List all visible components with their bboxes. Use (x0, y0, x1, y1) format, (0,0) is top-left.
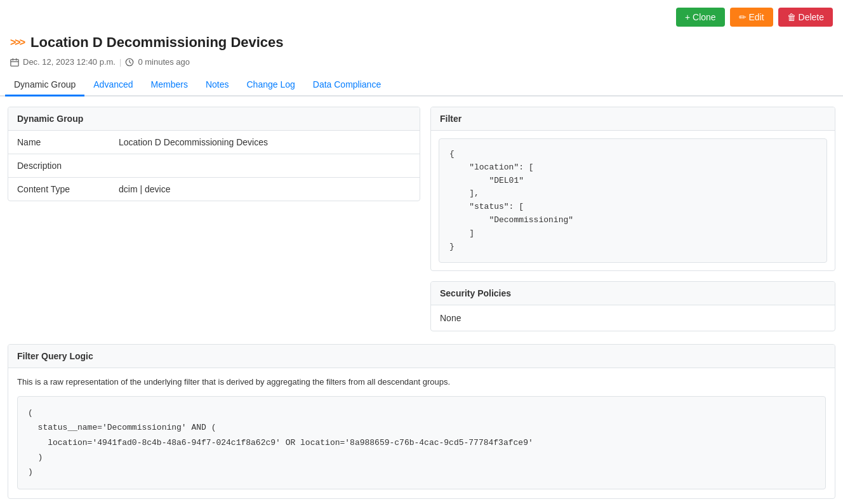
right-column: Filter { "location": [ "DEL01" ], "statu… (430, 107, 835, 342)
filter-code: { "location": [ "DEL01" ], "status": [ "… (439, 138, 827, 263)
filter-card-header: Filter (431, 107, 835, 131)
tab-change-log[interactable]: Change Log (237, 74, 303, 96)
delete-button[interactable]: 🗑 Delete (778, 8, 833, 27)
security-policies-card: Security Policies None (430, 281, 835, 331)
breadcrumb-icon: >>> (10, 37, 24, 48)
svg-line-6 (129, 62, 131, 63)
filter-query-logic-header: Filter Query Logic (8, 345, 835, 368)
bottom-section: Filter Query Logic This is a raw represe… (0, 344, 843, 498)
security-policies-value: None (431, 305, 835, 331)
tab-members[interactable]: Members (142, 74, 197, 96)
meta-bar: Dec. 12, 2023 12:40 p.m. | 0 minutes ago (0, 55, 843, 74)
meta-time-ago: 0 minutes ago (138, 57, 190, 67)
row-value-content-type: dcim | device (110, 178, 420, 201)
security-policies-header: Security Policies (431, 282, 835, 305)
table-row: Description (8, 154, 420, 178)
tab-notes[interactable]: Notes (197, 74, 238, 96)
row-label-content-type: Content Type (8, 178, 110, 201)
dynamic-group-card-header: Dynamic Group (8, 107, 420, 131)
meta-separator: | (119, 57, 121, 67)
row-label-description: Description (8, 154, 110, 178)
tab-data-compliance[interactable]: Data Compliance (304, 74, 390, 96)
tab-dynamic-group[interactable]: Dynamic Group (5, 74, 84, 96)
toolbar: + Clone ✏ Edit 🗑 Delete (0, 0, 843, 34)
table-row: Name Location D Decommissioning Devices (8, 131, 420, 154)
calendar-icon (10, 58, 19, 67)
clone-button[interactable]: + Clone (676, 8, 725, 27)
row-label-name: Name (8, 131, 110, 154)
clock-icon (125, 58, 134, 67)
dynamic-group-table: Name Location D Decommissioning Devices … (8, 131, 420, 201)
row-value-description (110, 154, 420, 178)
filter-query-logic-card: Filter Query Logic This is a raw represe… (8, 344, 835, 498)
table-row: Content Type dcim | device (8, 178, 420, 201)
page-title: Location D Decommissioning Devices (30, 34, 284, 51)
filter-card: Filter { "location": [ "DEL01" ], "statu… (430, 107, 835, 271)
dynamic-group-card: Dynamic Group Name Location D Decommissi… (8, 107, 420, 201)
meta-date: Dec. 12, 2023 12:40 p.m. (23, 57, 116, 67)
tabs-bar: Dynamic Group Advanced Members Notes Cha… (0, 74, 843, 96)
tab-advanced[interactable]: Advanced (84, 74, 142, 96)
svg-rect-0 (11, 59, 18, 66)
edit-button[interactable]: ✏ Edit (730, 8, 773, 27)
main-content: Dynamic Group Name Location D Decommissi… (0, 107, 843, 342)
filter-query-logic-code: ( status__name='Decommissioning' AND ( l… (17, 396, 826, 489)
filter-query-logic-description: This is a raw representation of the unde… (8, 368, 835, 396)
left-column: Dynamic Group Name Location D Decommissi… (8, 107, 420, 342)
row-value-name: Location D Decommissioning Devices (110, 131, 420, 154)
page-header: >>> Location D Decommissioning Devices (0, 34, 843, 55)
